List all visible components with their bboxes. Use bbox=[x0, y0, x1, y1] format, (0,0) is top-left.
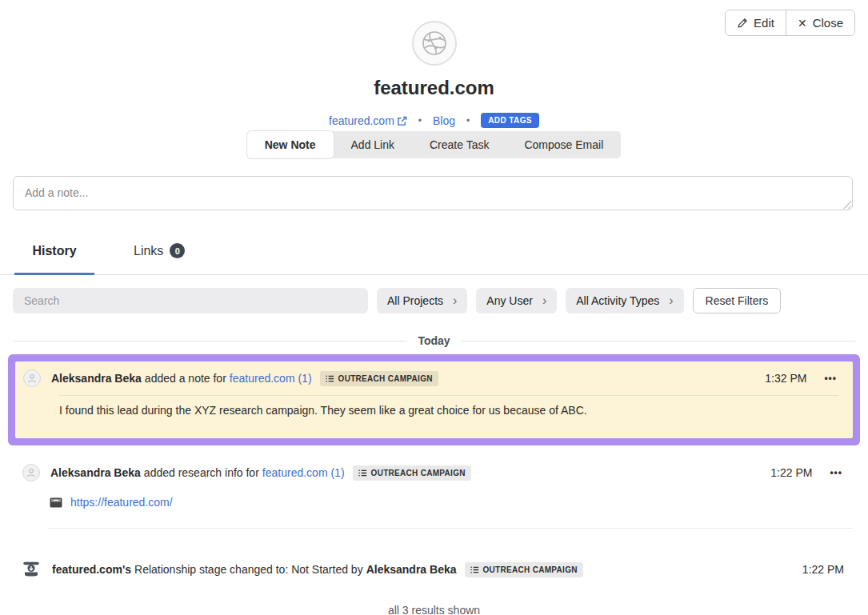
blog-link[interactable]: Blog bbox=[433, 114, 455, 127]
tab-links[interactable]: Links 0 bbox=[126, 234, 193, 275]
actor-name: Aleksandra Beka bbox=[366, 563, 457, 576]
chevron-right-icon: › bbox=[542, 294, 546, 307]
tab-create-task[interactable]: Create Task bbox=[412, 131, 506, 158]
globe-icon bbox=[418, 27, 450, 59]
note-card: Aleksandra Beka added a note for feature… bbox=[15, 361, 853, 438]
person-icon bbox=[26, 467, 37, 478]
entry-summary: featured.com's Relationship stage change… bbox=[52, 562, 790, 577]
entry-time: 1:22 PM bbox=[770, 466, 812, 479]
divider-line bbox=[462, 341, 855, 341]
divider-line bbox=[48, 528, 853, 529]
entry-time: 1:32 PM bbox=[765, 372, 806, 385]
note-composer bbox=[13, 176, 853, 210]
list-icon bbox=[358, 469, 367, 477]
more-menu-icon[interactable]: ••• bbox=[822, 371, 838, 385]
entry-header: Aleksandra Beka added a note for feature… bbox=[23, 369, 838, 387]
entry-header: featured.com's Relationship stage change… bbox=[22, 560, 844, 579]
page-title: featured.com bbox=[0, 77, 868, 99]
user-filter[interactable]: Any User › bbox=[476, 288, 557, 313]
search-input[interactable] bbox=[13, 288, 368, 313]
action-text: added a note for bbox=[145, 372, 226, 385]
activity-entry: featured.com's Relationship stage change… bbox=[22, 560, 844, 579]
list-icon bbox=[470, 565, 479, 574]
activity-entry-highlighted: Aleksandra Beka added a note for feature… bbox=[8, 354, 860, 445]
segmented-control: New Note Add Link Create Task Compose Em… bbox=[247, 131, 622, 158]
research-url-link[interactable]: https://featured.com/ bbox=[70, 496, 173, 509]
activity-entry: Aleksandra Beka added research info for … bbox=[22, 464, 844, 509]
user-avatar bbox=[22, 464, 40, 481]
subject-name: featured.com's bbox=[52, 563, 131, 576]
campaign-badge: OUTREACH CAMPAIGN bbox=[320, 371, 438, 386]
user-avatar bbox=[23, 369, 41, 387]
website-link[interactable]: featured.com bbox=[329, 114, 407, 127]
list-icon bbox=[326, 374, 334, 383]
action-text: added research info for bbox=[144, 466, 259, 479]
divider-line bbox=[59, 395, 838, 396]
external-link-icon bbox=[397, 116, 407, 126]
stage-change-icon bbox=[22, 560, 40, 579]
entry-summary: Aleksandra Beka added research info for … bbox=[50, 465, 758, 481]
tab-history[interactable]: History bbox=[14, 234, 94, 275]
target-link[interactable]: featured.com (1) bbox=[230, 372, 312, 385]
filter-bar: All Projects › Any User › All Activity T… bbox=[13, 288, 855, 313]
target-link[interactable]: featured.com (1) bbox=[262, 466, 345, 479]
tab-compose-email[interactable]: Compose Email bbox=[506, 131, 621, 158]
actor-name: Aleksandra Beka bbox=[50, 466, 141, 479]
more-menu-icon[interactable]: ••• bbox=[828, 465, 844, 480]
note-text: I found this lead during the XYZ researc… bbox=[59, 404, 838, 417]
entry-header: Aleksandra Beka added research info for … bbox=[22, 464, 844, 481]
composer-tabs: New Note Add Link Create Task Compose Em… bbox=[0, 131, 868, 158]
links-tab-label: Links bbox=[134, 244, 163, 258]
research-link-row: https://featured.com/ bbox=[50, 496, 844, 509]
separator-dot: • bbox=[418, 115, 422, 126]
projects-filter[interactable]: All Projects › bbox=[377, 288, 467, 313]
history-tab-label: History bbox=[32, 244, 76, 258]
campaign-badge: OUTREACH CAMPAIGN bbox=[465, 562, 583, 577]
entry-summary: Aleksandra Beka added a note for feature… bbox=[51, 371, 752, 386]
results-count: all 3 results shown bbox=[0, 604, 868, 615]
tab-add-link[interactable]: Add Link bbox=[334, 131, 412, 158]
day-label: Today bbox=[418, 334, 450, 347]
entry-time: 1:22 PM bbox=[802, 563, 844, 576]
activity-types-filter[interactable]: All Activity Types › bbox=[566, 288, 683, 313]
action-text: Relationship stage changed to: Not Start… bbox=[134, 563, 363, 576]
profile-header: featured.com featured.com • Blog • ADD T… bbox=[0, 21, 868, 128]
campaign-badge: OUTREACH CAMPAIGN bbox=[353, 465, 471, 481]
day-divider: Today bbox=[13, 334, 855, 347]
divider-line bbox=[13, 341, 406, 341]
browser-icon bbox=[50, 497, 62, 508]
tab-new-note[interactable]: New Note bbox=[247, 131, 334, 158]
links-count-badge: 0 bbox=[170, 243, 185, 258]
actor-name: Aleksandra Beka bbox=[51, 372, 142, 385]
profile-links: featured.com • Blog • ADD TAGS bbox=[0, 113, 868, 128]
view-tabs: History Links 0 bbox=[0, 234, 868, 275]
company-avatar bbox=[412, 21, 457, 66]
person-icon bbox=[26, 373, 38, 384]
chevron-right-icon: › bbox=[453, 294, 457, 307]
chevron-right-icon: › bbox=[669, 294, 673, 307]
reset-filters-button[interactable]: Reset Filters bbox=[693, 288, 782, 313]
note-input[interactable] bbox=[13, 176, 853, 210]
add-tags-button[interactable]: ADD TAGS bbox=[481, 113, 539, 128]
separator-dot: • bbox=[466, 115, 470, 126]
